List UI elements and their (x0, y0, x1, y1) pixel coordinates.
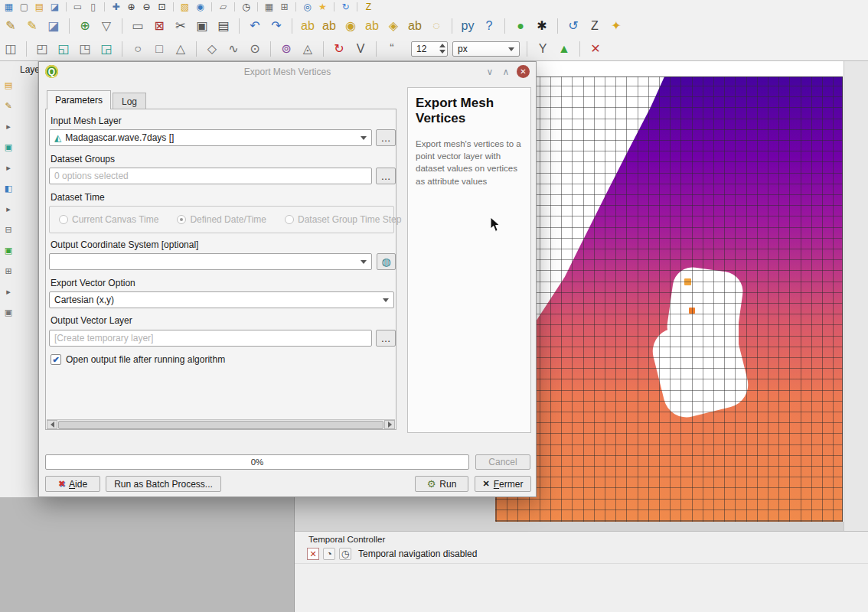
clipboard-tool-icon[interactable]: ◫ (2, 40, 19, 58)
radio-circle-icon[interactable] (59, 215, 68, 224)
annotation-tool-icon[interactable]: ⊚ (278, 40, 295, 58)
current-edits-icon[interactable]: ✎ (2, 17, 19, 35)
layer-labeling-icon[interactable]: ab (299, 17, 316, 35)
new-print-layout-icon[interactable]: ▭ (71, 2, 84, 13)
field-calculator-icon[interactable]: ⊞ (278, 2, 291, 13)
project-save-icon[interactable]: ◪ (48, 2, 61, 13)
vertex-tool-icon[interactable]: ▽ (98, 17, 115, 35)
layer-reload-icon[interactable]: ↺ (565, 17, 582, 35)
output-layer-browse-button[interactable]: … (376, 330, 396, 347)
crs-combobox[interactable] (49, 253, 372, 270)
spinbox-arrows-icon[interactable] (439, 44, 445, 54)
measure-line-icon[interactable]: ▱ (217, 2, 230, 13)
debug-tool-icon[interactable]: ✱ (534, 17, 550, 35)
run-button[interactable]: ⚙ Run (415, 476, 468, 492)
layer-swatch-icon[interactable]: ▣ (2, 142, 15, 152)
spin-up-icon[interactable] (439, 44, 445, 47)
identify-features-icon[interactable]: ◉ (194, 2, 207, 13)
locator-search-icon[interactable]: ◎ (301, 2, 314, 13)
attribute-table-icon[interactable]: ▦ (263, 2, 276, 13)
temporal-controller-icon[interactable]: ◷ (240, 2, 253, 13)
help-button[interactable]: ✖ Aide (45, 476, 100, 492)
radio-dataset-group-time-step[interactable]: Dataset Group Time Step (285, 214, 401, 225)
paste-features-icon[interactable]: ▤ (215, 17, 232, 35)
map-canvas[interactable] (490, 61, 844, 522)
cancel-button[interactable]: Cancel (475, 454, 530, 470)
animated-range-clock-icon[interactable]: ◷ (339, 548, 351, 560)
radio-defined-datetime[interactable]: Defined Date/Time (177, 214, 266, 225)
panel-folder-icon[interactable]: ▤ (2, 80, 15, 90)
radio-current-canvas-time[interactable]: Current Canvas Time (59, 214, 158, 225)
close-toolbar-icon[interactable]: ✕ (587, 40, 604, 58)
mesh-digitizing-icon[interactable]: ◰ (34, 40, 51, 58)
map-refresh-icon[interactable]: ↻ (339, 2, 352, 13)
tab-parameters[interactable]: Parameters (47, 90, 111, 109)
size-spinbox[interactable]: 12 (411, 41, 448, 57)
digitize-regular-polygon-icon[interactable]: △ (172, 40, 189, 58)
new-bookmark-icon[interactable]: ★ (316, 2, 329, 13)
circle-2points-icon[interactable]: ⊙ (246, 40, 263, 58)
redo-icon[interactable]: ↷ (268, 17, 285, 35)
layer-manager-icon[interactable]: ▦ (2, 2, 15, 13)
save-edits-icon[interactable]: ◪ (45, 17, 62, 35)
params-horizontal-scrollbar[interactable] (47, 419, 395, 429)
dialog-titlebar[interactable]: Q Export Mesh Vertices ∨ ∧ ✕ (39, 62, 536, 82)
label-options-icon[interactable]: ab (321, 17, 338, 35)
delete-selected-icon[interactable]: ⊠ (151, 17, 168, 35)
dataset-groups-field[interactable]: 0 options selected (49, 168, 372, 184)
highlight-pinned-labels-icon[interactable]: ab (364, 17, 380, 35)
mesh-force-by-lines-icon[interactable]: ◬ (299, 40, 316, 58)
toggle-editing-icon[interactable]: ✎ (24, 17, 41, 35)
layer-expander-icon[interactable]: ▸ (2, 203, 15, 214)
layer-expander-icon[interactable]: ▸ (2, 162, 15, 173)
mesh-select-expression-icon[interactable]: ◳ (77, 40, 93, 58)
project-open-icon[interactable]: ▤ (33, 2, 46, 13)
input-mesh-combobox[interactable]: ◭ Madagascar.wave.7days [] (49, 129, 372, 146)
run-as-batch-button[interactable]: Run as Batch Process... (106, 476, 221, 492)
dataset-groups-browse-button[interactable]: … (376, 168, 396, 184)
crs-picker-button[interactable]: ◍ (377, 253, 396, 270)
radio-circle-icon[interactable] (285, 215, 294, 224)
unit-combobox[interactable]: px (452, 41, 520, 57)
vertex-editor-icon[interactable]: V (352, 40, 369, 58)
spin-down-icon[interactable] (439, 50, 445, 54)
layout-manager-icon[interactable]: ▯ (86, 2, 100, 13)
expand-box-icon[interactable]: ⊞ (2, 265, 15, 276)
add-feature-icon[interactable]: ⊕ (77, 17, 93, 35)
tab-log[interactable]: Log (113, 93, 146, 109)
new-3d-map-icon[interactable]: Z (362, 2, 375, 13)
vector-option-combobox[interactable]: Cartesian (x,y) (49, 291, 394, 308)
collapse-icon[interactable]: ∨ (485, 67, 495, 77)
input-mesh-browse-button[interactable]: … (376, 129, 396, 146)
temporal-disabled-icon[interactable]: ✕ (307, 548, 319, 560)
text-annotation-icon[interactable]: “ (383, 40, 400, 58)
close-dialog-button[interactable]: ✕ Fermer (475, 476, 531, 492)
revert-edits-icon[interactable]: ↻ (331, 40, 348, 58)
layer-swatch-icon[interactable]: ▣ (2, 307, 15, 317)
digitize-rectangle-icon[interactable]: □ (151, 40, 168, 58)
digitize-curve-icon[interactable]: ∿ (225, 40, 242, 58)
move-feature-icon[interactable]: ▭ (129, 17, 146, 35)
layer-swatch-icon[interactable]: ◧ (2, 183, 15, 194)
layer-expander-icon[interactable]: ▸ (2, 121, 15, 132)
z-value-tool-icon[interactable]: Z (586, 17, 603, 35)
scroll-left-button[interactable] (47, 420, 57, 429)
pan-map-icon[interactable]: ✚ (109, 2, 122, 13)
mesh-select-polygon-icon[interactable]: ◱ (55, 40, 72, 58)
copy-features-icon[interactable]: ▣ (194, 17, 210, 35)
output-layer-field[interactable]: [Create temporary layer] (49, 330, 372, 347)
scroll-right-button[interactable] (384, 420, 395, 429)
digitize-circle-icon[interactable]: ○ (129, 40, 146, 58)
close-icon[interactable]: ✕ (517, 65, 530, 78)
vector-tool-icon[interactable]: ▲ (556, 40, 573, 58)
shape-digitizing-icon[interactable]: ◇ (204, 40, 220, 58)
zoom-in-icon[interactable]: ⊕ (125, 2, 138, 13)
help-contents-icon[interactable]: ? (481, 17, 498, 35)
processing-toolbox-icon[interactable]: ● (512, 17, 529, 35)
project-new-icon[interactable]: ▢ (18, 2, 31, 13)
topology-checker-icon[interactable]: Y (534, 40, 551, 58)
panel-edit-icon[interactable]: ✎ (2, 100, 15, 111)
radio-circle-icon[interactable] (177, 215, 186, 224)
layer-expander-icon[interactable]: ▸ (2, 286, 15, 297)
collapse-box-icon[interactable]: ⊟ (2, 224, 15, 235)
